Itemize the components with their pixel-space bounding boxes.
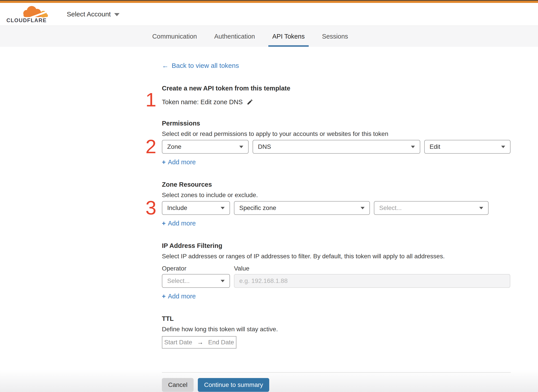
cloudflare-wordmark: CLOUDFLARE [6,17,47,23]
zone-resources-section: Zone Resources Select zones to include o… [162,181,511,227]
permission-access-select[interactable]: Edit [424,140,510,154]
permissions-section: Permissions Select edit or read permissi… [162,119,511,166]
main-content: ← Back to view all tokens Create a new A… [162,47,511,392]
permission-access-value: Edit [430,143,440,150]
back-to-tokens-link[interactable]: ← Back to view all tokens [162,62,239,70]
permission-type-value: DNS [258,143,271,150]
back-arrow-icon: ← [162,62,168,70]
ttl-description: Define how long this token will stay act… [162,325,511,333]
add-more-label: Add more [168,292,196,300]
operator-label: Operator [162,265,234,272]
tab-bar: Communication Authentication API Tokens … [0,25,538,47]
section-title-ttl: TTL [162,315,511,323]
tab-authentication[interactable]: Authentication [212,26,257,47]
permission-type-select[interactable]: DNS [253,140,420,154]
section-title-permissions: Permissions [162,119,511,127]
section-title-ip-filtering: IP Address Filtering [162,242,511,250]
footer-divider [162,372,511,373]
permission-scope-select[interactable]: Zone [162,140,249,154]
caret-down-icon [221,280,225,282]
ip-operator-select[interactable]: Select... [162,274,230,288]
cloudflare-logo[interactable]: CLOUDFLARE [6,5,54,23]
edit-token-name-icon[interactable] [247,99,253,105]
tab-api-tokens[interactable]: API Tokens [270,26,307,47]
permissions-description: Select edit or read permissions to apply… [162,130,511,138]
step-number-2: 2 [145,137,156,156]
zone-mode-select[interactable]: Include [162,201,230,215]
arrow-right-icon: → [197,339,203,346]
caret-down-icon [114,13,120,16]
top-orange-strip [0,1,538,3]
step-number-1: 1 [145,90,156,110]
zone-resources-add-more-link[interactable]: + Add more [162,219,196,227]
ip-value-input[interactable] [234,274,510,288]
caret-down-icon [239,146,243,148]
footer-actions: Cancel Continue to summary [162,378,511,392]
ip-filtering-add-more-link[interactable]: + Add more [162,292,196,300]
zone-type-select[interactable]: Specific zone [234,201,370,215]
caret-down-icon [501,146,505,148]
add-more-label: Add more [168,219,196,227]
ip-filtering-section: IP Address Filtering Select IP addresses… [162,242,511,300]
ip-operator-placeholder: Select... [167,277,190,285]
section-title-create-token: Create a new API token from this templat… [162,84,511,92]
permission-scope-value: Zone [167,143,181,150]
token-template-section: Create a new API token from this templat… [162,84,511,107]
end-date-label: End Date [208,339,234,346]
zone-picker-placeholder: Select... [379,205,402,211]
ip-filtering-description: Select IP addresses or ranges of IP addr… [162,252,511,260]
ttl-date-range-picker[interactable]: Start Date → End Date [162,336,236,349]
add-more-label: Add more [168,158,196,166]
caret-down-icon [479,207,483,209]
caret-down-icon [221,207,225,209]
continue-to-summary-button[interactable]: Continue to summary [198,378,269,392]
section-title-zone-resources: Zone Resources [162,181,511,188]
tab-sessions[interactable]: Sessions [320,26,350,47]
caret-down-icon [411,146,415,148]
header: CLOUDFLARE Select Account [0,3,538,25]
plus-icon: + [162,219,166,227]
value-label: Value [234,265,249,272]
account-selector[interactable]: Select Account [67,10,120,18]
zone-resources-description: Select zones to include or exclude. [162,191,511,199]
zone-mode-value: Include [167,205,187,211]
ttl-section: TTL Define how long this token will stay… [162,315,511,349]
account-selector-label: Select Account [67,10,111,18]
back-link-label: Back to view all tokens [172,62,239,70]
cancel-button[interactable]: Cancel [162,378,194,392]
plus-icon: + [162,158,166,166]
zone-type-value: Specific zone [239,205,276,211]
caret-down-icon [360,207,365,209]
step-number-3: 3 [145,198,156,218]
zone-picker-select[interactable]: Select... [374,201,489,215]
start-date-label: Start Date [164,339,192,346]
token-name-text: Token name: Edit zone DNS [162,98,243,106]
plus-icon: + [162,292,166,300]
permissions-add-more-link[interactable]: + Add more [162,158,196,166]
tab-communication[interactable]: Communication [150,26,199,47]
